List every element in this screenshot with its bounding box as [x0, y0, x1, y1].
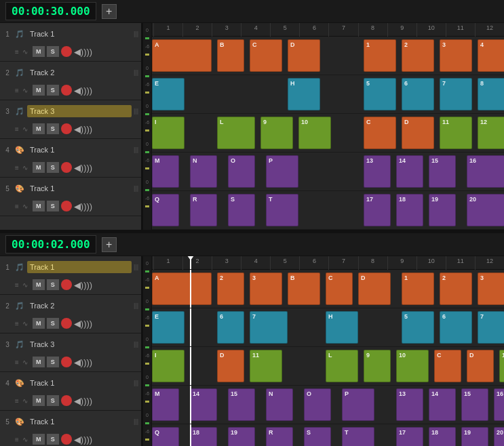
- timecode-2[interactable]: 00:00:02.000: [5, 235, 96, 254]
- clip-1-8[interactable]: 3: [478, 272, 504, 305]
- track-name-5[interactable]: [27, 182, 132, 195]
- solo-button-2[interactable]: S: [47, 85, 59, 96]
- clip-2-4[interactable]: 7: [440, 78, 472, 110]
- mute-button-4[interactable]: M: [33, 395, 45, 406]
- volume-icon-3[interactable]: ◀)))): [74, 124, 92, 134]
- clip-4-1[interactable]: N: [190, 155, 217, 188]
- mute-button-3[interactable]: M: [33, 357, 45, 367]
- clip-4-6[interactable]: 15: [429, 155, 456, 188]
- clip-3-3[interactable]: L: [326, 350, 358, 382]
- mute-button-1[interactable]: M: [33, 279, 45, 290]
- clip-1-0[interactable]: A: [152, 272, 212, 305]
- clip-3-1[interactable]: D: [217, 350, 244, 382]
- clip-3-4[interactable]: C: [364, 117, 396, 149]
- record-button-3[interactable]: [61, 357, 72, 367]
- track-name-5[interactable]: [27, 415, 132, 428]
- clip-2-5[interactable]: 6: [440, 311, 472, 344]
- solo-button-3[interactable]: S: [47, 357, 59, 367]
- clip-3-5[interactable]: 10: [396, 350, 429, 382]
- clip-3-2[interactable]: 9: [260, 117, 293, 149]
- clip-2-1[interactable]: 6: [217, 311, 244, 344]
- clip-5-1[interactable]: R: [190, 194, 217, 226]
- clip-5-0[interactable]: Q: [152, 194, 179, 226]
- volume-icon-2[interactable]: ◀)))): [74, 85, 92, 96]
- clip-1-6[interactable]: 3: [440, 39, 472, 72]
- clip-1-2[interactable]: C: [250, 39, 282, 72]
- clip-5-5[interactable]: 18: [396, 194, 423, 226]
- mute-button-5[interactable]: M: [33, 201, 45, 211]
- track-name-4[interactable]: [27, 377, 132, 389]
- solo-button-1[interactable]: S: [47, 279, 59, 290]
- solo-button-5[interactable]: S: [47, 201, 59, 211]
- clip-5-2[interactable]: S: [228, 194, 255, 226]
- clip-3-1[interactable]: L: [217, 117, 255, 149]
- add-button-2[interactable]: +: [102, 237, 117, 252]
- clip-4-3[interactable]: P: [266, 155, 298, 188]
- clip-1-6[interactable]: 1: [402, 272, 434, 305]
- solo-button-2[interactable]: S: [47, 318, 59, 329]
- clip-3-7[interactable]: D: [467, 350, 494, 382]
- clip-4-6[interactable]: 13: [396, 388, 423, 421]
- clip-3-6[interactable]: C: [434, 350, 461, 382]
- clip-1-5[interactable]: D: [358, 272, 391, 305]
- record-button-5[interactable]: [61, 201, 72, 211]
- clip-3-3[interactable]: 10: [298, 117, 331, 149]
- clip-5-0[interactable]: Q: [152, 427, 179, 446]
- clip-4-0[interactable]: M: [152, 388, 179, 421]
- clip-5-5[interactable]: T: [342, 427, 374, 446]
- volume-icon-5[interactable]: ◀)))): [74, 434, 92, 445]
- clip-2-2[interactable]: 7: [250, 311, 288, 344]
- clip-2-6[interactable]: 7: [478, 311, 504, 344]
- record-button-4[interactable]: [61, 395, 72, 406]
- track-name-3[interactable]: [27, 338, 132, 350]
- clip-3-7[interactable]: 12: [478, 117, 504, 149]
- volume-icon-5[interactable]: ◀)))): [74, 201, 92, 211]
- clip-3-6[interactable]: 11: [440, 117, 472, 149]
- clip-2-1[interactable]: H: [288, 78, 320, 110]
- clip-4-5[interactable]: 14: [396, 155, 423, 188]
- clip-5-4[interactable]: 17: [364, 194, 391, 226]
- clip-2-3[interactable]: 6: [402, 78, 434, 110]
- solo-button-5[interactable]: S: [47, 434, 59, 445]
- clip-4-7[interactable]: 14: [429, 388, 456, 421]
- volume-icon-3[interactable]: ◀)))): [74, 357, 92, 367]
- record-button-5[interactable]: [61, 434, 72, 445]
- clip-5-3[interactable]: R: [266, 427, 293, 446]
- mute-button-2[interactable]: M: [33, 318, 45, 329]
- solo-button-1[interactable]: S: [47, 46, 59, 57]
- clip-4-4[interactable]: O: [304, 388, 331, 421]
- clip-4-0[interactable]: M: [152, 155, 179, 188]
- track-name-4[interactable]: [27, 144, 132, 156]
- clip-1-4[interactable]: 1: [364, 39, 396, 72]
- clip-5-7[interactable]: 20: [467, 194, 504, 226]
- clip-5-6[interactable]: 19: [429, 194, 456, 226]
- clip-3-8[interactable]: 11: [499, 350, 504, 382]
- mute-button-2[interactable]: M: [33, 85, 45, 96]
- clip-5-9[interactable]: 20: [494, 427, 504, 446]
- solo-button-3[interactable]: S: [47, 123, 59, 134]
- clip-3-4[interactable]: 9: [364, 350, 391, 382]
- clip-3-0[interactable]: I: [152, 350, 185, 382]
- clip-1-7[interactable]: 2: [440, 272, 472, 305]
- record-button-3[interactable]: [61, 123, 72, 134]
- volume-icon-4[interactable]: ◀)))): [74, 163, 92, 173]
- clip-1-3[interactable]: B: [288, 272, 320, 305]
- clip-1-0[interactable]: A: [152, 39, 212, 72]
- clip-4-4[interactable]: 13: [364, 155, 391, 188]
- record-button-2[interactable]: [61, 85, 72, 96]
- clip-1-1[interactable]: B: [217, 39, 244, 72]
- mute-button-1[interactable]: M: [33, 46, 45, 57]
- clip-1-3[interactable]: D: [288, 39, 320, 72]
- clip-5-6[interactable]: 17: [396, 427, 423, 446]
- timecode-1[interactable]: 00:00:30.000: [5, 2, 96, 20]
- clip-4-1[interactable]: 14: [190, 388, 217, 421]
- track-name-1[interactable]: [27, 261, 132, 273]
- clip-2-4[interactable]: 5: [402, 311, 434, 344]
- clip-5-7[interactable]: 18: [429, 427, 456, 446]
- record-button-1[interactable]: [61, 46, 72, 57]
- solo-button-4[interactable]: S: [47, 162, 59, 173]
- clip-2-5[interactable]: 8: [478, 78, 504, 110]
- clip-1-4[interactable]: C: [326, 272, 353, 305]
- clip-4-9[interactable]: 16: [494, 388, 504, 421]
- clip-2-0[interactable]: E: [152, 78, 185, 110]
